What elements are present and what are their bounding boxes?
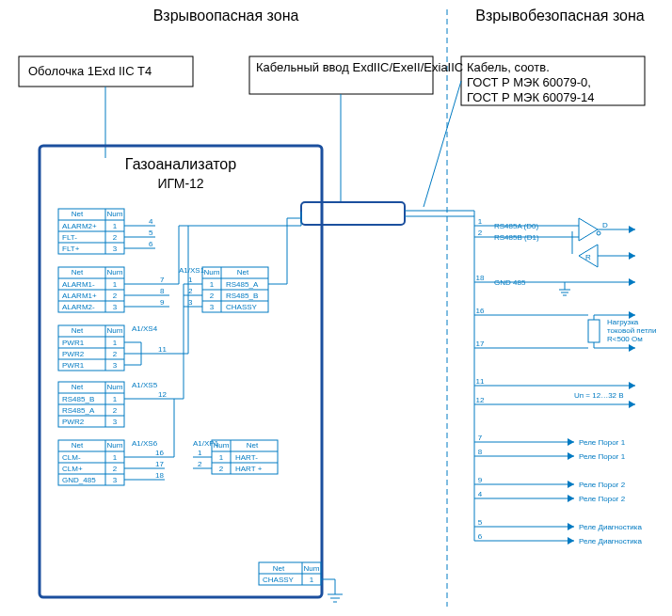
svg-marker-190 [629,344,635,352]
voltage-label: Uп = 12…32 В [574,391,624,400]
svg-text:Реле Диагностика: Реле Диагностика [579,523,642,531]
svg-text:Net: Net [72,268,84,276]
svg-text:Net: Net [72,383,84,391]
svg-text:12: 12 [158,390,167,399]
svg-text:11: 11 [158,345,167,354]
svg-text:Net: Net [72,326,84,335]
svg-text:2: 2 [113,233,118,242]
svg-text:1: 1 [113,339,118,347]
svg-text:2: 2 [210,292,215,300]
svg-text:Net: Net [273,564,285,573]
svg-text:1: 1 [113,453,118,462]
svg-text:Реле Диагностика: Реле Диагностика [579,537,642,545]
svg-text:R: R [585,253,591,261]
svg-text:Реле Порог 2: Реле Порог 2 [579,495,626,503]
svg-text:17: 17 [476,340,485,348]
svg-text:9: 9 [478,476,483,484]
svg-text:A1/XS1: A1/XS1 [179,266,205,275]
svg-text:4: 4 [478,490,483,498]
svg-text:Реле Порог 1: Реле Порог 1 [579,438,626,447]
svg-text:A1/XP1: A1/XP1 [193,439,219,448]
svg-text:8: 8 [478,448,483,456]
svg-text:CLM-: CLM- [62,453,81,462]
svg-text:2: 2 [198,460,202,468]
right-terminals: 1RS485A (D0) 2RS485B (D1) 18GND 485 16 1… [474,217,539,541]
svg-text:2: 2 [219,465,224,473]
svg-text:GND_485: GND_485 [62,476,96,484]
svg-text:12: 12 [476,396,485,404]
svg-text:1: 1 [219,453,224,462]
svg-text:Реле Порог 1: Реле Порог 1 [579,452,626,461]
svg-text:3: 3 [113,303,118,311]
svg-text:3: 3 [113,361,118,370]
terminal-table-4: Net Num PWR11 PWR22 PWR13 [58,325,124,371]
svg-text:1: 1 [188,276,193,284]
terminal-table-6: Net Num CLM-1 CLM+2 GND_4853 [58,440,124,485]
cable-label-2: ГОСТ Р МЭК 60079-0, [467,75,591,89]
device-title: Газоанализатор [125,156,236,172]
cable-label-3: ГОСТ Р МЭК 60079-14 [467,90,595,104]
terminal-table-1: Net Num ALARM2+1 FLT-2 FLT+3 [58,209,124,254]
svg-text:6: 6 [149,240,153,248]
svg-text:1: 1 [113,222,118,230]
terminal-table-2: Net Num ALARM1-1 ALARM1+2 ALARM2-3 [58,267,124,312]
svg-text:FLT+: FLT+ [62,245,80,253]
svg-text:2: 2 [188,287,193,295]
cable-gland [301,202,405,225]
svg-text:2: 2 [113,350,118,358]
zone-hazardous-title: Взрывоопасная зона [153,8,299,24]
terminal-table-3: Num Net 1RS485_A 2RS485_B 3CHASSY [202,267,268,312]
ground-icon-gnd485 [559,282,570,295]
svg-text:ALARM1-: ALARM1- [62,280,95,289]
gland-label-1: Кабельный ввод ExdIIC/ExeII/ExiaIIC [256,60,463,74]
svg-marker-211 [568,537,574,545]
terminal-table-chassy: Net Num CHASSY 1 [259,562,321,585]
svg-text:ALARM2+: ALARM2+ [62,222,97,230]
svg-text:PWR2: PWR2 [62,418,85,426]
svg-text:Net: Net [237,268,249,276]
ground-icon [321,579,343,602]
svg-text:Num: Num [107,268,123,276]
svg-text:ALARM2-: ALARM2- [62,303,95,311]
device-model: ИГМ-12 [157,176,203,191]
svg-text:Num: Num [107,210,123,218]
svg-marker-194 [629,401,635,408]
svg-text:Реле Порог 2: Реле Порог 2 [579,481,626,489]
svg-text:ALARM1+: ALARM1+ [62,292,97,300]
svg-text:Net: Net [72,210,84,218]
svg-text:4: 4 [149,217,153,226]
svg-text:5: 5 [149,229,153,237]
svg-text:2: 2 [478,229,483,237]
svg-text:PWR1: PWR1 [62,361,85,370]
enclosure-label: Оболочка 1Exd IIC T4 [28,64,152,78]
svg-text:RS485_A: RS485_A [226,280,259,289]
svg-text:A1/XS4: A1/XS4 [132,324,158,333]
svg-text:RS485_B: RS485_B [226,292,258,300]
svg-text:Net: Net [247,441,259,450]
svg-text:1: 1 [210,280,215,289]
svg-text:1: 1 [113,280,118,289]
loop-label-2: токовой петли [607,326,657,335]
svg-marker-199 [568,452,574,460]
svg-text:PWR1: PWR1 [62,339,85,347]
svg-marker-173 [629,226,635,233]
svg-text:Num: Num [107,441,123,450]
zone-safe-title: Взрывобезопасная зона [475,8,645,24]
svg-text:FLT-: FLT- [62,233,77,242]
svg-text:HART +: HART + [235,465,263,473]
svg-text:Net: Net [72,441,84,450]
svg-marker-192 [629,382,635,389]
svg-text:HART-: HART- [235,453,258,462]
svg-text:A1/XS5: A1/XS5 [132,381,158,389]
svg-text:5: 5 [478,518,483,527]
svg-marker-205 [568,495,574,502]
svg-text:RS485_A: RS485_A [62,406,95,415]
svg-text:1: 1 [113,395,118,403]
svg-marker-202 [568,481,574,488]
svg-text:2: 2 [113,292,118,300]
cable-lead [424,81,461,207]
svg-text:16: 16 [476,307,485,315]
svg-text:2: 2 [113,406,118,415]
svg-text:9: 9 [160,298,165,307]
rs485-driver-icon: D R [489,218,635,267]
